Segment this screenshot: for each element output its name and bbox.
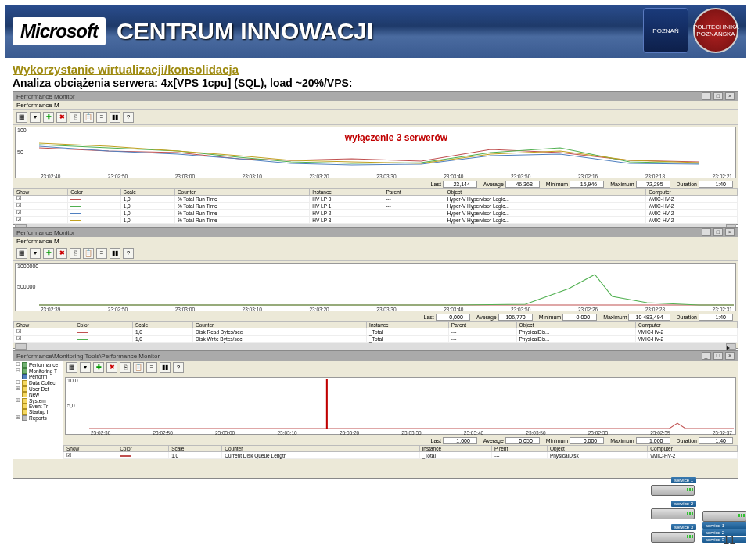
perfmon-window-3: Performance\Monitoring Tools\Performance… xyxy=(13,350,738,479)
close-button[interactable]: × xyxy=(725,352,735,360)
ylabel: 500000 xyxy=(17,284,35,289)
copy-button[interactable]: 📋 xyxy=(133,362,144,373)
badge-group: POZNAŃ POLITECHNIKA POZNAŃSKA xyxy=(643,8,738,53)
drop-button[interactable]: ▾ xyxy=(30,112,41,123)
server-icon xyxy=(651,508,695,519)
window-buttons: _ □ × xyxy=(701,352,735,360)
freeze-button[interactable]: ▮▮ xyxy=(110,248,120,259)
minimize-button[interactable]: _ xyxy=(702,352,711,360)
statrow: Last1,000Average0,050Minimum0,000Maximum… xyxy=(63,436,738,445)
svc-label: service 1 xyxy=(702,522,746,529)
remove-counter-button[interactable]: ✖ xyxy=(106,362,117,373)
window-titlebar[interactable]: Performance Monitor _ □ × xyxy=(13,92,738,101)
highlight-button[interactable]: ⎘ xyxy=(120,362,131,373)
ylabel: 100 xyxy=(17,127,27,133)
add-counter-button[interactable]: ✚ xyxy=(43,248,54,259)
window-title: Performance Monitor xyxy=(16,93,75,100)
perfmon-window-1: Performance Monitor _ □ × Performance M … xyxy=(13,91,738,225)
tab-label[interactable]: Performance M xyxy=(13,237,738,246)
ylabel: 10,0 xyxy=(67,378,78,383)
ylabel: 1000000 xyxy=(17,264,38,269)
close-button[interactable]: × xyxy=(725,92,735,100)
window-buttons: _ □ × xyxy=(701,92,735,100)
paste-button[interactable]: ≡ xyxy=(96,112,107,123)
highlight-button[interactable]: ⎘ xyxy=(70,112,81,123)
freeze-button[interactable]: ▮▮ xyxy=(160,362,171,373)
logo-text: Microsoft xyxy=(20,20,98,42)
chart-canvas: wyłączenie 3 serwerów xyxy=(39,129,734,173)
statrow: Last23,144Average46,368Minimum15,946Maxi… xyxy=(13,180,738,188)
view-button[interactable]: ▦ xyxy=(66,362,77,373)
svc-label: service 1 xyxy=(671,477,696,483)
add-counter-button[interactable]: ✚ xyxy=(93,362,104,373)
maximize-button[interactable]: □ xyxy=(713,352,723,360)
server-icon xyxy=(702,511,746,522)
svc-label: service 2 xyxy=(671,501,696,507)
server-icon xyxy=(651,485,695,496)
window-title: Performance Monitor xyxy=(16,229,75,236)
svc-label: service 3 xyxy=(671,524,696,530)
maximize-button[interactable]: □ xyxy=(713,92,723,100)
microsoft-logo: Microsoft xyxy=(13,17,106,45)
window-title: Performance\Monitoring Tools\Performance… xyxy=(16,353,160,360)
server-icon xyxy=(651,532,695,543)
page-number: 11 xyxy=(723,533,735,546)
chart-2[interactable]: 1000000 500000 23:02:3923:02:5023:03:002… xyxy=(15,263,736,311)
close-button[interactable]: × xyxy=(725,228,735,236)
remove-counter-button[interactable]: ✖ xyxy=(56,112,67,123)
minimize-button[interactable]: _ xyxy=(702,92,711,100)
freeze-button[interactable]: ▮▮ xyxy=(110,112,120,123)
slide-subtitle: Analiza obciążenia serwera: 4x[VPS 1cpu]… xyxy=(13,77,738,89)
hscroll[interactable]: ▸ xyxy=(15,343,736,350)
drop-button[interactable]: ▾ xyxy=(80,362,91,373)
props-button[interactable]: ? xyxy=(123,112,134,123)
copy-button[interactable]: 📋 xyxy=(83,112,94,123)
props-button[interactable]: ? xyxy=(123,248,134,259)
annotation: wyłączenie 3 serwerów xyxy=(345,132,447,143)
minimize-button[interactable]: _ xyxy=(702,228,711,236)
header-title: CENTRUM INNOWACJI xyxy=(117,18,373,45)
props-button[interactable]: ? xyxy=(173,362,184,373)
view-button[interactable]: ▦ xyxy=(16,112,27,123)
window-titlebar[interactable]: Performance Monitor _ □ × xyxy=(13,228,738,237)
remove-counter-button[interactable]: ✖ xyxy=(56,248,67,259)
tab-label[interactable]: Performance M xyxy=(13,101,738,110)
ylabel: 50 xyxy=(17,149,23,155)
xaxis: 23:02:3923:02:5023:03:0023:03:1023:03:20… xyxy=(39,307,734,312)
nav-tree[interactable]: ⊟Performance⊟Monitoring TPerform⊟Data Co… xyxy=(13,361,63,459)
badge-politechnika: POLITECHNIKA POZNAŃSKA xyxy=(693,8,738,53)
chart-canvas xyxy=(39,265,734,306)
statrow: Last0,000Average106,770Minimum0,000Maxim… xyxy=(13,313,738,321)
toolbar: ▦ ▾ ✚ ✖ ⎘ 📋 ≡ ▮▮ ? xyxy=(63,361,738,375)
paste-button[interactable]: ≡ xyxy=(146,362,157,373)
xaxis: 23:02:4023:02:5023:03:0023:03:1023:03:20… xyxy=(39,174,734,179)
counters-table[interactable]: ShowColorScaleCounterInstanceP rentObjec… xyxy=(63,445,738,459)
chart-1[interactable]: 100 50 wyłączenie 3 serwerów 23:02:4023:… xyxy=(15,127,736,178)
badge-poznan: POZNAŃ xyxy=(643,8,688,53)
toolbar: ▦ ▾ ✚ ✖ ⎘ 📋 ≡ ▮▮ ? xyxy=(13,110,738,125)
window-buttons: _ □ × xyxy=(701,228,735,236)
window-titlebar[interactable]: Performance\Monitoring Tools\Performance… xyxy=(13,351,738,361)
view-button[interactable]: ▦ xyxy=(16,248,27,259)
slide-title: Wykorzystanie wirtualizacji/konsolidacja xyxy=(13,63,738,76)
ms-header: Microsoft CENTRUM INNOWACJI POZNAŃ POLIT… xyxy=(0,0,751,58)
counters-table[interactable]: ShowColorScaleCounterInstanceParentObjec… xyxy=(13,321,738,343)
maximize-button[interactable]: □ xyxy=(713,228,723,236)
highlight-button[interactable]: ⎘ xyxy=(70,248,81,259)
xaxis: 23:02:3823:02:5023:03:0023:03:1023:03:20… xyxy=(89,430,734,436)
chart-3[interactable]: 10,0 5,0 23:02:3823:02:5023:03:0023:03:1… xyxy=(65,377,736,435)
counters-table[interactable]: ShowColorScaleCounterInstanceParentObjec… xyxy=(13,188,738,224)
copy-button[interactable]: 📋 xyxy=(83,248,94,259)
add-counter-button[interactable]: ✚ xyxy=(43,112,54,123)
chart-canvas xyxy=(89,379,734,429)
paste-button[interactable]: ≡ xyxy=(96,248,107,259)
drop-button[interactable]: ▾ xyxy=(30,248,41,259)
toolbar: ▦ ▾ ✚ ✖ ⎘ 📋 ≡ ▮▮ ? xyxy=(13,246,738,261)
ylabel: 5,0 xyxy=(67,403,75,408)
slide-body: Wykorzystanie wirtualizacji/konsolidacja… xyxy=(0,58,751,479)
perfmon-window-2: Performance Monitor _ □ × Performance M … xyxy=(13,227,738,349)
